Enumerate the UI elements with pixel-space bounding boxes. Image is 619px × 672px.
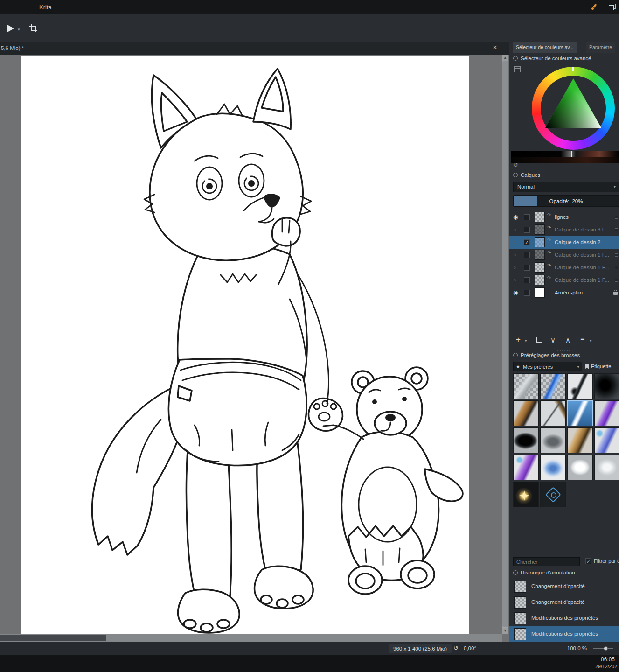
brush-preset[interactable] bbox=[540, 400, 566, 426]
scroll-down-icon[interactable]: ▼ bbox=[502, 628, 508, 634]
brush-search-input[interactable] bbox=[513, 557, 580, 566]
layer-row[interactable]: ◉ ↷ lignes bbox=[509, 211, 619, 224]
brush-tag-button[interactable]: Étiquette bbox=[585, 362, 619, 371]
tab-color-selector[interactable]: Sélecteur de couleurs av... bbox=[513, 42, 577, 53]
zoom-slider[interactable] bbox=[593, 648, 613, 649]
pointer-tool-caret-icon[interactable]: ▾ bbox=[18, 27, 20, 32]
layer-checkbox[interactable] bbox=[524, 265, 530, 271]
history-item[interactable]: Modifications des propriétés bbox=[509, 610, 619, 626]
visibility-toggle-icon[interactable]: ○ bbox=[513, 277, 516, 283]
tray-pin-icon[interactable] bbox=[591, 4, 598, 10]
brush-preset[interactable] bbox=[513, 427, 539, 453]
layer-checkbox[interactable] bbox=[524, 290, 530, 296]
layer-checkbox[interactable] bbox=[524, 252, 530, 258]
layer-row[interactable]: ○ ↷ Calque de dessin 3 F... bbox=[509, 224, 619, 236]
history-item-selected[interactable]: Modifications des propriétés bbox=[509, 626, 619, 642]
layer-thumbnail[interactable] bbox=[535, 275, 545, 285]
layer-thumbnail[interactable] bbox=[535, 250, 545, 260]
canvas-page[interactable] bbox=[21, 56, 469, 634]
brush-preset[interactable] bbox=[540, 373, 566, 399]
brush-preset[interactable] bbox=[594, 427, 619, 453]
tab-settings[interactable]: Paramètre bbox=[586, 42, 615, 53]
brush-preset[interactable] bbox=[567, 373, 593, 399]
vertical-scrollbar-thumb[interactable] bbox=[502, 61, 508, 627]
layer-properties-caret-icon[interactable]: ▾ bbox=[590, 338, 592, 343]
scroll-up-icon[interactable]: ▲ bbox=[502, 55, 508, 61]
color-selector-settings-icon[interactable] bbox=[514, 66, 521, 72]
visibility-toggle-icon[interactable]: ○ bbox=[513, 227, 516, 232]
document-tab-title[interactable]: 5,6 Mio) * bbox=[1, 45, 24, 51]
layer-checkbox[interactable] bbox=[524, 227, 530, 233]
layer-style-icon[interactable] bbox=[615, 228, 618, 231]
layer-thumbnail[interactable] bbox=[535, 212, 545, 222]
brush-preset[interactable] bbox=[594, 373, 619, 399]
add-layer-caret-icon[interactable]: ▾ bbox=[525, 338, 527, 343]
layer-row-selected[interactable]: ○ ✓ ↷ Calque de dessin 2 bbox=[509, 236, 619, 249]
layer-thumbnail[interactable] bbox=[535, 237, 545, 247]
lock-icon bbox=[613, 292, 618, 295]
brush-preset[interactable] bbox=[513, 400, 539, 426]
docker-splitter[interactable]: ······ bbox=[509, 162, 619, 167]
opacity-value: 20% bbox=[572, 198, 583, 204]
layer-thumbnail[interactable] bbox=[535, 262, 545, 273]
brush-preset[interactable] bbox=[513, 482, 539, 507]
brush-preset-selected[interactable] bbox=[567, 400, 593, 426]
brush-preset[interactable] bbox=[567, 455, 593, 480]
saturation-triangle[interactable] bbox=[541, 76, 606, 141]
layer-row[interactable]: ○ ↷ Calque de dessin 1 F... bbox=[509, 261, 619, 274]
brush-preset[interactable] bbox=[540, 455, 566, 480]
close-document-icon[interactable]: × bbox=[493, 43, 497, 52]
layer-style-icon[interactable] bbox=[615, 266, 618, 269]
horizontal-scrollbar[interactable] bbox=[0, 634, 502, 642]
layer-thumbnail[interactable] bbox=[535, 224, 545, 235]
layer-row[interactable]: ○ ↷ Calque de dessin 1 F... bbox=[509, 249, 619, 261]
rotation-reset-icon[interactable]: ↺ bbox=[453, 644, 459, 651]
zoom-slider-handle[interactable] bbox=[604, 646, 608, 651]
vertical-scrollbar[interactable]: ▲ ▼ bbox=[502, 55, 508, 634]
brush-preset[interactable] bbox=[594, 455, 619, 480]
brush-preset[interactable] bbox=[513, 455, 539, 480]
opacity-label: Opacité: 20% bbox=[514, 196, 619, 206]
layer-checkbox[interactable] bbox=[524, 277, 530, 283]
blend-mode-dropdown[interactable]: Normal ▾ bbox=[513, 182, 619, 192]
add-layer-button[interactable]: + bbox=[516, 335, 521, 344]
brush-preset[interactable] bbox=[540, 482, 566, 507]
tray-windows-icon[interactable] bbox=[609, 4, 616, 10]
layer-checkbox[interactable] bbox=[524, 214, 530, 220]
layer-thumbnail[interactable] bbox=[535, 287, 545, 298]
crop-tool-icon[interactable] bbox=[29, 24, 37, 32]
visibility-toggle-icon[interactable]: ○ bbox=[513, 252, 516, 258]
brush-preset[interactable] bbox=[594, 400, 619, 426]
opacity-slider[interactable]: Opacité: 20% bbox=[513, 195, 619, 207]
visibility-toggle-icon[interactable]: ◉ bbox=[513, 214, 518, 220]
pointer-tool-icon[interactable] bbox=[7, 24, 14, 33]
layer-style-icon[interactable] bbox=[615, 253, 618, 257]
layer-checkbox-checked[interactable]: ✓ bbox=[524, 239, 530, 245]
brush-favorites-dropdown[interactable]: ★ Mes préférés ▾ bbox=[513, 362, 582, 371]
move-layer-up-button[interactable]: ∧ bbox=[565, 336, 570, 344]
brush-preset[interactable] bbox=[513, 373, 539, 399]
color-wheel[interactable] bbox=[532, 67, 615, 150]
layer-properties-button[interactable]: ≡ bbox=[580, 336, 584, 344]
history-item[interactable]: Changement d'opacité bbox=[509, 595, 619, 610]
shade-gradient-bar[interactable] bbox=[511, 151, 619, 157]
visibility-toggle-icon[interactable]: ○ bbox=[513, 265, 516, 270]
brush-preset[interactable] bbox=[540, 427, 566, 453]
duplicate-layer-button[interactable] bbox=[535, 337, 542, 344]
visibility-toggle-icon[interactable]: ◉ bbox=[513, 289, 518, 296]
layer-row[interactable]: ◉ Arrière-plan bbox=[509, 287, 619, 299]
brush-preset[interactable] bbox=[567, 427, 593, 453]
visibility-toggle-icon[interactable]: ○ bbox=[513, 239, 516, 245]
horizontal-scrollbar-thumb[interactable] bbox=[0, 635, 106, 641]
filter-checkbox[interactable]: ✓ bbox=[585, 558, 591, 564]
history-thumbnail bbox=[514, 628, 526, 640]
layer-row[interactable]: ○ ↷ Calque de dessin 1 F... bbox=[509, 274, 619, 287]
titlebar: Krita bbox=[0, 0, 619, 14]
history-item[interactable]: Changement d'opacité bbox=[509, 579, 619, 595]
shade-gradient-marker bbox=[571, 151, 572, 157]
layer-style-icon[interactable] bbox=[615, 216, 618, 219]
move-layer-down-button[interactable]: ∨ bbox=[550, 336, 556, 344]
inherit-alpha-icon: ↷ bbox=[547, 212, 551, 217]
layer-style-icon[interactable] bbox=[615, 279, 618, 282]
filter-label: Filtrer par é bbox=[594, 558, 619, 564]
